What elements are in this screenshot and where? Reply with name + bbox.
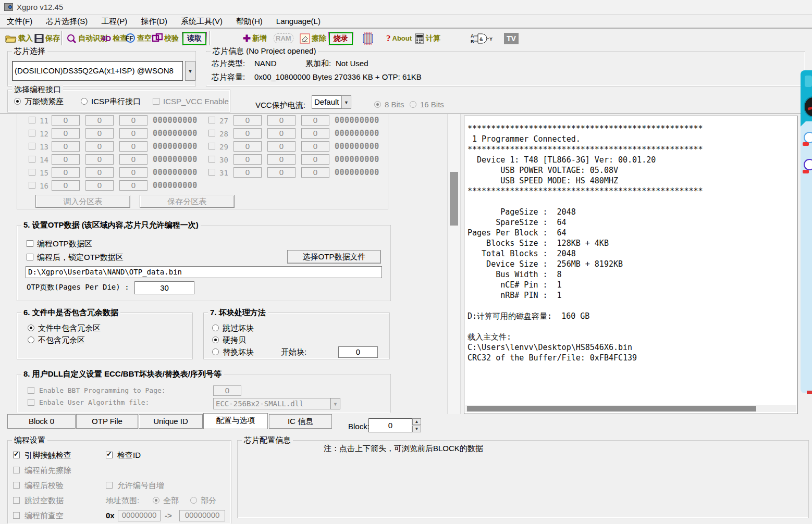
otp-file-path[interactable]: D:\Xgpro\UserData\NAND\OTP_data.bin [26,266,382,278]
logic-gate-icon: AB&Y [471,32,493,45]
redundancy-title: 6. 文件中是否包含冗余数据 [21,308,120,317]
otp-program-checkbox[interactable] [27,240,33,247]
partition-field: 0 [301,128,329,139]
overlay-app-icon[interactable] [804,159,812,170]
chip-select-dropdown-arrow[interactable]: ▼ [185,61,195,81]
menu-operation[interactable]: 操作(D) [134,15,174,29]
overlay-panel-body[interactable] [801,121,812,393]
vcc-label: VCC保护电流: [255,101,305,110]
block-spin-up[interactable]: ▲ [412,418,421,425]
vcc-dropdown-arrow[interactable]: ▼ [341,95,351,109]
addr-all-label: 全部 [163,496,179,506]
scrollbar-thumb[interactable] [450,172,458,226]
redundancy-without-label: 不包含冗余区 [38,335,85,345]
read-button[interactable]: 读取 [182,31,206,46]
log-horizontal-scrollbar[interactable] [465,405,796,412]
load-button[interactable]: 载入 [5,31,33,46]
block-spin-down[interactable]: ▼ [412,426,421,432]
block-spinner-field[interactable]: 0 [368,418,412,432]
svg-text:FF: FF [126,35,133,42]
open-folder-icon [5,34,17,43]
socket-radio[interactable] [14,98,21,105]
algo-combo: ECC-256Bx2-SMALL.dll [213,398,331,409]
partition-field: 0 [52,180,80,191]
calculator-icon [415,33,424,44]
menu-system-tools[interactable]: 系统工具(V) [174,15,229,29]
partition-field: 0 [233,154,262,165]
tab-config-options[interactable]: 配置与选项 [203,413,268,429]
choose-otp-file-button[interactable]: 选择OTP数据文件 [287,250,381,264]
svg-text:B: B [471,39,474,44]
redundancy-group: 6. 文件中是否包含冗余数据 文件中包含冗余区 不包含冗余区 [17,313,193,359]
logic-gate-button[interactable]: AB&Y [471,31,493,46]
skip-blank-checkbox [13,497,20,504]
blank-check-button[interactable]: FF 查空 [124,31,152,46]
verify-button[interactable]: 校验 [152,31,179,46]
tab-ic-info[interactable]: IC 信息 [269,414,332,429]
tab-otp-file[interactable]: OTP File [76,414,138,429]
save-button[interactable]: 保存 [34,31,60,46]
load-partition-button: 调入分区表 [35,195,130,208]
calc-button[interactable]: 计算 [415,31,440,46]
vcc-combo[interactable]: Default [312,95,342,109]
block-label: Block: [348,422,370,431]
chip-select-combo[interactable]: (DOSILICON)DS35Q2GA(x1+ISP) @WSON8 [12,61,183,81]
badblock-replace-radio[interactable] [212,348,219,355]
tab-block0[interactable]: Block 0 [7,414,76,429]
badblock-copy-label: 硬拷贝 [223,335,246,345]
chip-icon-button[interactable] [361,31,375,46]
tab-unique-id[interactable]: Unique ID [139,414,203,429]
menu-help[interactable]: 帮助(H) [229,15,269,29]
algo-dropdown-arrow: ▼ [330,398,340,409]
menu-chip-select[interactable]: 芯片选择(S) [39,15,94,29]
icsp-radio[interactable] [81,98,88,105]
scrollbar-thumb[interactable] [467,406,756,411]
redundancy-without-radio[interactable] [28,336,34,343]
partition-hex: 000000000 [153,142,198,151]
algo-label: Enbale User Algorithm file: [39,398,149,406]
redundancy-with-label: 文件中包含冗余区 [38,323,101,333]
badblock-skip-radio[interactable] [212,325,219,331]
partition-row-checkbox [29,117,35,123]
badblock-copy-radio[interactable] [212,336,219,343]
check-id-label: 检查ID [117,451,141,460]
addr-part-radio [190,497,197,504]
bbt-page-field: 0 [213,385,241,396]
partition-hex: 000000000 [153,129,198,138]
save-partition-button: 保存分区表 [140,195,235,208]
partition-row-checkbox [208,117,215,123]
badge [803,170,809,173]
partition-row-checkbox [208,169,215,176]
partition-field: 0 [119,128,147,139]
about-button[interactable]: ? About [386,31,412,46]
log-panel[interactable]: ****************************************… [464,116,798,414]
partition-row-checkbox [208,143,215,149]
check-id-checkbox[interactable]: ✓ [106,452,113,458]
form-vertical-scrollbar[interactable] [447,114,461,414]
redundancy-with-radio[interactable] [28,325,34,331]
ram-button: RAM [274,31,293,46]
socket-label: 万能锁紧座 [24,97,64,107]
partition-hex: 000000000 [153,181,198,190]
avatar[interactable] [804,96,812,117]
check-button[interactable]: 4D 检查 [101,31,127,46]
menu-project[interactable]: 工程(P) [94,15,134,29]
menu-language[interactable]: Language(L) [269,15,327,29]
add-button[interactable]: ✚ 新增 [243,31,267,46]
tv-button[interactable]: TV [504,31,519,46]
partition-field: 0 [301,141,329,152]
otp-lock-checkbox[interactable] [27,254,33,260]
partition-row-num: 16 [40,182,48,190]
menu-file[interactable]: 文件(F) [0,15,39,29]
burn-button[interactable]: 烧录 [329,31,353,46]
partition-field: 0 [233,141,262,152]
overlay-cloud-icon[interactable] [804,132,812,143]
overlay-logo-icon [805,76,812,87]
start-block-field[interactable]: 0 [338,346,378,358]
overlay-panel-header[interactable] [801,70,812,121]
pin-check-checkbox[interactable]: ✓ [13,452,20,458]
otp-pages-field[interactable]: 30 [134,281,194,294]
erase-button[interactable]: 擦除 [300,31,326,46]
partition-field: 0 [85,128,114,139]
otp-group: 5. 设置OTP数据 (该区域内容,芯片只允许编程一次) 编程OTP数据区 编程… [17,225,391,301]
